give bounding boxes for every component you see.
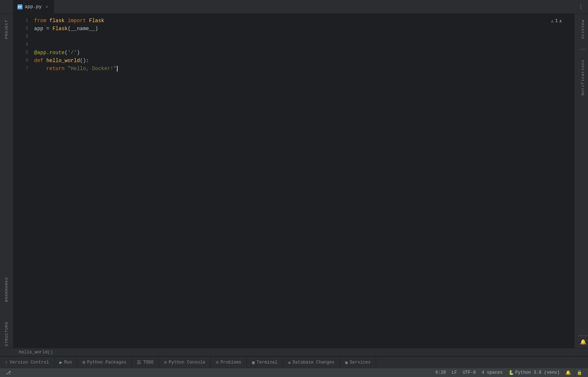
notifications-label[interactable]: Notifications — [581, 57, 585, 98]
tab-version-control-label: Version Control — [10, 360, 49, 365]
tab-problems[interactable]: ⊙ Problems — [211, 357, 247, 368]
python-packages-icon: ⊞ — [82, 360, 85, 365]
problems-icon: ⊙ — [216, 360, 219, 365]
structure-label: Structure — [4, 321, 9, 346]
notification-status-item[interactable]: 🔔 — [563, 368, 574, 377]
line-ending-text: LF — [452, 370, 457, 375]
sciview-label[interactable]: SciView — [581, 17, 585, 42]
notification-bell-icon[interactable]: 🔔 — [580, 339, 586, 345]
warning-up-arrow[interactable]: ∧ — [559, 19, 562, 24]
indent-text: 4 spaces — [482, 370, 503, 375]
line-col-item[interactable]: 6:28 — [433, 368, 449, 377]
var-app: app — [34, 25, 43, 33]
tab-version-control[interactable]: ↑ Version Control — [0, 357, 54, 368]
project-panel-label[interactable]: Project — [3, 17, 10, 42]
left-panel-icons: Project — [3, 17, 10, 42]
module-flask: flask — [49, 17, 65, 25]
keyword-return: return — [46, 65, 65, 73]
notification-icon: 🔔 — [565, 370, 571, 376]
run-icon: ▶ — [60, 360, 62, 365]
tab-database-changes-label: Database Changes — [293, 360, 334, 365]
tab-filename: app.py — [25, 4, 42, 9]
python-text: Python 3.8 (venv) — [515, 370, 560, 375]
class-flask: Flask — [89, 17, 104, 25]
tab-todo-label: TODO — [143, 360, 154, 365]
tab-todo[interactable]: ☰ TODO — [132, 357, 159, 368]
right-sidebar: SciView Notifications 🔔 — [578, 14, 588, 348]
encoding-text: UTF-8 — [463, 370, 476, 375]
breadcrumb-text: hello_world() — [19, 350, 53, 355]
bookmark-panel-button[interactable]: Bookmarks — [1, 284, 12, 295]
python-interpreter-item[interactable]: 🐍 Python 3.8 (venv) — [506, 368, 563, 377]
python-file-icon: py — [17, 4, 23, 9]
tab-run-label: Run — [64, 360, 72, 365]
keyword-from: from — [34, 17, 46, 25]
tab-close-button[interactable]: ✕ — [44, 4, 50, 10]
structure-panel-button[interactable]: Structure — [1, 328, 12, 339]
code-line-6: def hello_world (): — [34, 57, 575, 65]
string-route: '/' — [68, 49, 77, 57]
bottom-tabs: ↑ Version Control ▶ Run ⊞ Python Package… — [0, 356, 588, 368]
version-control-icon: ↑ — [5, 360, 8, 365]
left-sidebar: Project Bookmarks Structure — [0, 14, 13, 348]
file-tab[interactable]: py app.py ✕ — [13, 0, 54, 14]
warning-icon: ⚠ — [551, 18, 554, 24]
tab-python-console-label: Python Console — [169, 360, 205, 365]
code-line-7: return "Hello, Docker!" — [34, 65, 575, 73]
code-line-5: @app.route ( '/' ) — [34, 49, 575, 57]
tab-problems-label: Problems — [220, 360, 241, 365]
warning-count: 1 — [555, 19, 558, 24]
todo-icon: ☰ — [137, 360, 141, 365]
tab-python-packages[interactable]: ⊞ Python Packages — [77, 357, 132, 368]
encoding-item[interactable]: UTF-8 — [460, 368, 479, 377]
lock-status-item[interactable]: 🔒 — [574, 368, 585, 377]
project-sidebar-label: Project — [4, 20, 9, 39]
main-area: Project Bookmarks Structure 1 2 3 4 5 6 … — [0, 14, 588, 348]
bookmarks-label: Bookmarks — [4, 277, 9, 302]
database-changes-icon: ⬙ — [288, 360, 291, 365]
line-ending-item[interactable]: LF — [449, 368, 460, 377]
class-flask-call: Flask — [52, 25, 68, 33]
git-branch-item[interactable]: ⎇ — [3, 368, 15, 377]
tab-terminal-label: Terminal — [257, 360, 278, 365]
var-name: __name__ — [71, 25, 95, 33]
tab-menu-button[interactable]: ⋮ — [576, 2, 585, 12]
tab-services[interactable]: ◉ Services — [340, 357, 376, 368]
text-cursor — [117, 66, 118, 72]
tab-services-label: Services — [350, 360, 371, 365]
tab-bar-actions: ⋮ — [576, 2, 588, 12]
tab-database-changes[interactable]: ⬙ Database Changes — [283, 357, 340, 368]
string-hello-docker: "Hello, Docker!" — [68, 65, 116, 73]
keyword-import: import — [68, 17, 86, 25]
fold-icon-6[interactable]: ▷ — [49, 57, 55, 65]
code-line-2: app = Flask ( __name__ ) — [34, 25, 575, 33]
warning-area: ⚠ 1 ∧ — [548, 17, 565, 25]
tab-python-console[interactable]: ⊙ Python Console — [159, 357, 211, 368]
code-line-4 — [34, 41, 575, 49]
indent-item[interactable]: 4 spaces — [479, 368, 506, 377]
services-icon: ◉ — [345, 360, 348, 365]
lock-icon: 🔒 — [577, 370, 582, 376]
git-icon: ⎇ — [6, 370, 11, 376]
fold-icon-5[interactable]: ▷ — [49, 49, 55, 57]
code-editor[interactable]: from flask import Flask app = Flask ( __… — [31, 14, 575, 348]
code-content[interactable]: 1 2 3 4 5 6 7 ▷ ▷ from flask — [13, 14, 578, 348]
status-bar: ⎇ 6:28 LF UTF-8 4 spaces 🐍 Python 3.8 (v… — [0, 368, 588, 377]
python-console-icon: ⊙ — [164, 360, 167, 365]
tab-run[interactable]: ▶ Run — [54, 357, 77, 368]
editor-area[interactable]: 1 2 3 4 5 6 7 ▷ ▷ from flask — [13, 14, 578, 348]
tab-python-packages-label: Python Packages — [87, 360, 126, 365]
line-numbers: 1 2 3 4 5 6 7 — [13, 14, 31, 348]
tab-bar: py app.py ✕ ⋮ — [0, 0, 588, 14]
tab-terminal[interactable]: ▣ Terminal — [247, 357, 283, 368]
terminal-icon: ▣ — [252, 360, 255, 365]
keyword-def: def — [34, 57, 43, 65]
code-line-3 — [34, 33, 575, 41]
scrollbar[interactable] — [575, 14, 578, 348]
python-icon: 🐍 — [509, 370, 514, 376]
code-line-1: from flask import Flask — [34, 17, 575, 25]
breadcrumb-bar: hello_world() — [0, 348, 588, 356]
line-col-text: 6:28 — [436, 370, 446, 375]
